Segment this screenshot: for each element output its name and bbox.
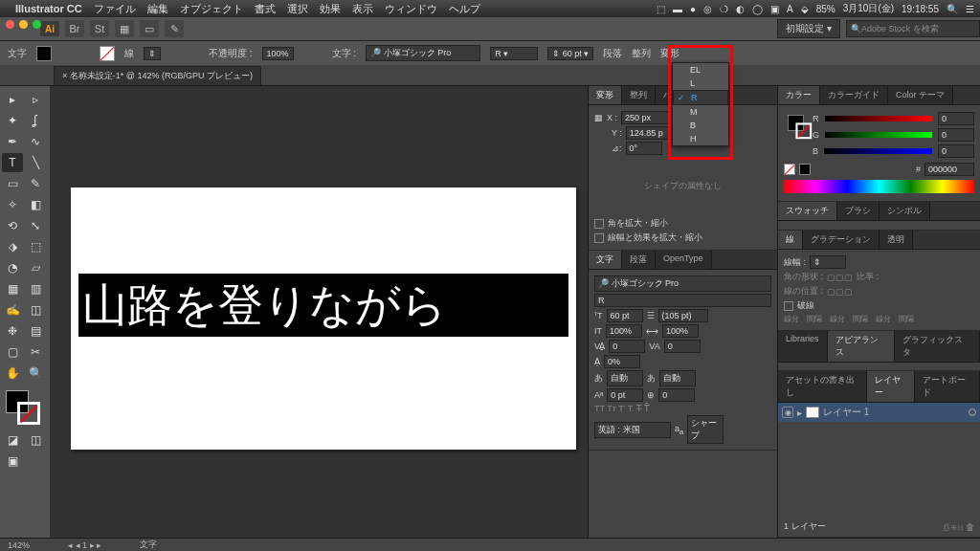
tab-gradient[interactable]: グラデーション: [803, 231, 880, 249]
help-menu[interactable]: ヘルプ: [449, 2, 480, 16]
tab-character[interactable]: 文字: [589, 251, 622, 269]
pen-button[interactable]: ✎: [165, 20, 184, 37]
tab-appearance[interactable]: アピアランス: [828, 331, 896, 362]
char-style-select[interactable]: R: [594, 294, 771, 307]
tab-transparency[interactable]: 透明: [880, 231, 913, 249]
spotlight-icon[interactable]: 🔍: [947, 4, 958, 14]
graph-tool[interactable]: ▤: [25, 321, 46, 341]
tracking-input[interactable]: 0: [664, 340, 701, 353]
magic-wand-tool[interactable]: ✦: [2, 111, 23, 130]
tab-stroke[interactable]: 線: [778, 231, 803, 249]
layer-row[interactable]: ◉ ▸ レイヤー 1: [778, 403, 980, 422]
spectrum-strip[interactable]: [784, 180, 974, 193]
tab-align[interactable]: 整列: [622, 86, 656, 104]
black-swatch[interactable]: [799, 164, 811, 175]
type-tool[interactable]: T: [2, 153, 23, 172]
selection-tool[interactable]: ▸: [2, 90, 23, 109]
scale-corners-checkbox[interactable]: [594, 219, 604, 229]
r-input[interactable]: 0: [938, 112, 974, 125]
tab-layers[interactable]: レイヤー: [867, 371, 916, 402]
ref-point-icon[interactable]: ▦: [594, 113, 603, 122]
layer-expand-toggle[interactable]: ▸: [797, 408, 802, 418]
shaper-tool[interactable]: ✧: [2, 195, 23, 214]
stroke-width-input[interactable]: ⇕: [810, 255, 846, 269]
type-feature-buttons[interactable]: TT Tт T′ T. T̶ T̄: [594, 404, 771, 413]
language-select[interactable]: 英語 : 米国: [594, 422, 671, 438]
doc-button[interactable]: ▭: [140, 20, 159, 37]
eyedropper-tool[interactable]: ✍: [2, 300, 23, 320]
g-input[interactable]: 0: [938, 128, 974, 142]
stroke-swatch[interactable]: [100, 46, 115, 61]
color-fillstroke-icon[interactable]: [788, 115, 812, 139]
square-icon[interactable]: ▣: [770, 4, 779, 14]
tab-swatches[interactable]: スウォッチ: [778, 202, 837, 220]
tab-opentype[interactable]: OpenType: [656, 251, 712, 269]
gradient-tool[interactable]: ▥: [25, 279, 46, 298]
hscale-input[interactable]: 100%: [662, 324, 699, 338]
sync-icon[interactable]: ◎: [703, 4, 712, 14]
vscale-input[interactable]: 100%: [606, 324, 642, 338]
artboard[interactable]: 山路を登りながら: [71, 187, 576, 450]
opacity-input[interactable]: 100%: [262, 47, 294, 60]
align-link[interactable]: 整列: [632, 47, 651, 60]
tab-color[interactable]: カラー: [778, 86, 820, 104]
stock-button[interactable]: St: [90, 20, 109, 37]
font-family-select[interactable]: 🔎 小塚ゴシック Pro: [366, 45, 480, 61]
char-size-input[interactable]: 60 pt: [607, 309, 643, 322]
none-swatch[interactable]: [784, 164, 795, 175]
select-menu[interactable]: 選択: [287, 2, 308, 16]
object-menu[interactable]: オブジェクト: [180, 2, 243, 16]
menu-extra-icon[interactable]: ☰: [966, 4, 974, 14]
b-slider[interactable]: [824, 148, 932, 154]
battery-icon[interactable]: 85%: [816, 4, 835, 14]
eraser-tool[interactable]: ◧: [25, 195, 46, 214]
tab-asset-export[interactable]: アセットの書き出し: [778, 371, 867, 402]
line-tool[interactable]: ╲: [25, 153, 46, 172]
font-size-select[interactable]: ⇕ 60 pt ▾: [547, 47, 593, 60]
auto1-input[interactable]: 自動: [607, 370, 643, 386]
artboard-tool[interactable]: ▢: [2, 342, 23, 362]
effect-menu[interactable]: 効果: [320, 2, 341, 16]
transform-link[interactable]: 変形: [660, 47, 679, 60]
style-option-r[interactable]: R: [673, 90, 728, 105]
b-input[interactable]: 0: [938, 144, 974, 158]
layer-target-icon[interactable]: [969, 408, 976, 416]
symbol-sprayer-tool[interactable]: ❉: [2, 321, 23, 341]
tab-transform[interactable]: 変形: [589, 86, 622, 104]
wifi-icon[interactable]: ⬙: [801, 4, 809, 14]
view-menu[interactable]: 表示: [352, 2, 373, 16]
y-input[interactable]: 124.85 p: [626, 126, 676, 140]
dashed-checkbox[interactable]: [784, 301, 793, 311]
direct-selection-tool[interactable]: ▹: [25, 90, 46, 109]
mesh-tool[interactable]: ▦: [2, 279, 23, 298]
tab-colortheme[interactable]: Color テーマ: [888, 86, 953, 104]
file-menu[interactable]: ファイル: [94, 2, 136, 16]
fill-swatch[interactable]: [36, 46, 52, 61]
g-slider[interactable]: [825, 132, 932, 138]
document-tab[interactable]: × 名称未設定-1* @ 142% (RGB/GPU プレビュー): [54, 66, 261, 85]
font-style-select[interactable]: R ▾: [490, 47, 538, 60]
tab-colorguide[interactable]: カラーガイド: [820, 86, 888, 104]
slice-tool[interactable]: ✂: [25, 342, 46, 362]
char-link-label[interactable]: 文字 :: [332, 47, 357, 60]
perspective-tool[interactable]: ▱: [25, 258, 46, 277]
char-rotate-input[interactable]: 0: [658, 388, 695, 402]
tab-paragraph[interactable]: 段落: [622, 251, 656, 269]
paintbrush-tool[interactable]: ✎: [25, 174, 46, 193]
kerning-input[interactable]: 0: [609, 340, 645, 353]
ring-icon[interactable]: ◯: [752, 4, 763, 14]
hex-input[interactable]: 000000: [924, 163, 974, 176]
fill-stroke-indicator[interactable]: [6, 390, 40, 425]
tab-libraries[interactable]: Libraries: [778, 331, 828, 362]
corner-buttons[interactable]: ▢▢▢: [827, 273, 853, 282]
grid-button[interactable]: ▦: [115, 20, 134, 37]
stroke-weight-input[interactable]: ⇕: [144, 47, 161, 60]
shape-builder-tool[interactable]: ◔: [2, 258, 23, 277]
cc-icon[interactable]: ❍: [720, 4, 728, 14]
style-option-m[interactable]: M: [673, 105, 728, 119]
artboard-nav[interactable]: ◂ ◂ 1 ▸ ▸: [68, 540, 101, 550]
close-window[interactable]: [6, 20, 14, 29]
minimize-window[interactable]: [19, 20, 28, 29]
style-option-el[interactable]: EL: [673, 63, 728, 77]
edit-menu[interactable]: 編集: [147, 2, 168, 16]
